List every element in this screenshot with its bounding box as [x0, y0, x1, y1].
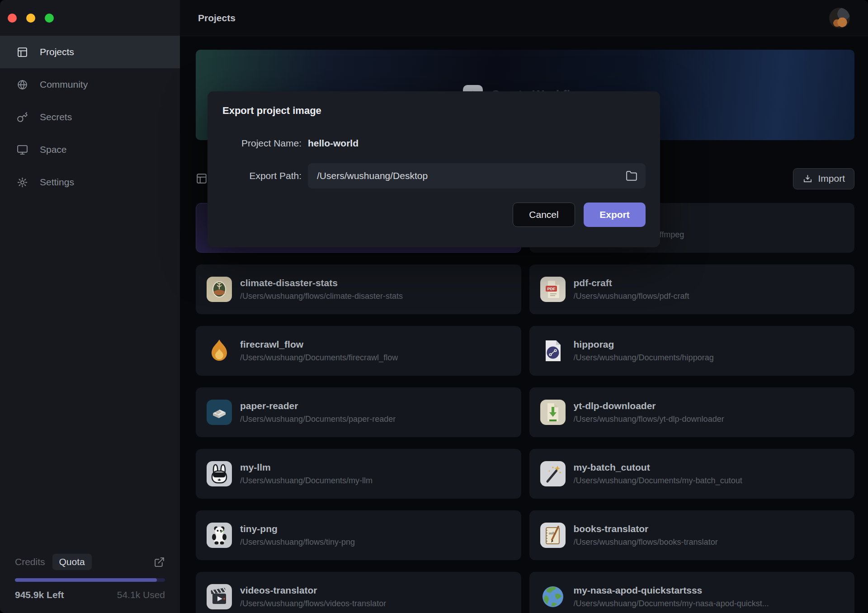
zoom-window-button[interactable] [45, 14, 54, 23]
cancel-button[interactable]: Cancel [513, 203, 575, 227]
folder-icon [626, 170, 637, 182]
project-path: /Users/wushuang/flows/climate-disaster-s… [240, 292, 403, 301]
project-path: /Users/wushuang/flows/books-translator [574, 538, 718, 547]
project-name: firecrawl_flow [240, 339, 398, 350]
table-icon [17, 47, 28, 58]
globe-earth-icon [540, 584, 566, 609]
import-icon [802, 174, 813, 184]
import-button[interactable]: Import [793, 168, 854, 189]
projects-grid: ffmpeg /Users/wushuang/flows/ffmpeg clim… [196, 203, 854, 613]
project-name: hipporag [574, 339, 714, 350]
project-name: paper-reader [240, 401, 396, 411]
sidebar-item-secrets[interactable]: Secrets [0, 101, 180, 133]
notebook-icon: aabd [540, 523, 566, 548]
project-card[interactable]: hipporag /Users/wushuang/Documents/hippo… [529, 326, 855, 376]
dialog-title: Export project image [222, 105, 646, 117]
pdf-icon: PDF [540, 277, 566, 302]
monitor-icon [17, 144, 28, 156]
project-path: /Users/wushuang/flows/pdf-craft [574, 292, 689, 301]
project-name-label: Project Name: [222, 138, 302, 149]
main-header: Projects [180, 0, 868, 36]
quota-progress-fill [15, 578, 157, 582]
user-avatar[interactable] [829, 8, 850, 28]
climate-icon [207, 277, 232, 302]
project-card[interactable]: yt-dlp-downloader /Users/wushuang/flows/… [529, 387, 855, 437]
panda-icon [207, 523, 232, 548]
project-path: /Users/wushuang/flows/tiny-png [240, 538, 355, 547]
globe-icon [17, 79, 28, 90]
project-card[interactable]: aabd books-translator /Users/wushuang/fl… [529, 510, 855, 560]
project-name: climate-disaster-stats [240, 278, 403, 288]
export-button[interactable]: Export [584, 203, 646, 227]
download-doc-icon [540, 400, 566, 425]
gear-icon [17, 177, 28, 188]
project-name: my-llm [240, 462, 373, 473]
paper-stack-icon [207, 400, 232, 425]
project-card[interactable]: my-llm /Users/wushuang/Documents/my-llm [196, 449, 521, 499]
clapperboard-icon [207, 584, 232, 609]
svg-text:PDF: PDF [547, 287, 556, 291]
credits-left-value: 945.9k Left [15, 589, 64, 600]
project-name: books-translator [574, 523, 718, 534]
doc-graph-icon [540, 338, 566, 363]
sidebar-item-projects[interactable]: Projects [0, 36, 180, 68]
project-card[interactable]: PDF pdf-craft /Users/wushuang/flows/pdf-… [529, 264, 855, 314]
rabbit-icon [207, 461, 232, 486]
sidebar-footer: Credits Quota 945.9k Left 54.1k Used [15, 554, 165, 600]
project-path: /Users/wushuang/Documents/firecrawl_flow [240, 353, 398, 363]
project-path: /Users/wushuang/Documents/my-batch_cutou… [574, 476, 742, 486]
export-path-label: Export Path: [222, 170, 302, 181]
page-title: Projects [198, 13, 236, 24]
sidebar-item-settings[interactable]: Settings [0, 166, 180, 198]
sidebar-nav: Projects Community Secrets Space Setting… [0, 36, 180, 198]
external-link-icon[interactable] [154, 556, 165, 568]
project-path: /Users/wushuang/Documents/paper-reader [240, 415, 396, 424]
credits-used-value: 54.1k Used [117, 589, 165, 600]
project-path: /Users/wushuang/Documents/hipporag [574, 353, 714, 363]
titlebar [0, 0, 180, 36]
project-path: /Users/wushuang/Documents/my-llm [240, 476, 373, 486]
flame-icon [207, 338, 232, 363]
project-name: tiny-png [240, 523, 355, 534]
project-name: yt-dlp-downloader [574, 401, 724, 411]
project-card[interactable]: climate-disaster-stats /Users/wushuang/f… [196, 264, 521, 314]
magic-wand-icon [540, 461, 566, 486]
export-path-field [308, 163, 646, 189]
quota-progress-bar [15, 578, 165, 582]
sidebar: Projects Community Secrets Space Setting… [0, 0, 180, 613]
key-icon [17, 112, 28, 123]
project-card[interactable]: my-nasa-apod-quickstartsss /Users/wushua… [529, 572, 855, 613]
project-path: /Users/wushuang/flows/yt-dlp-downloader [574, 415, 724, 424]
quota-tab[interactable]: Quota [52, 554, 92, 570]
project-name: videos-translator [240, 585, 386, 596]
project-card[interactable]: firecrawl_flow /Users/wushuang/Documents… [196, 326, 521, 376]
project-path: /Users/wushuang/Documents/my-nasa-apod-q… [574, 599, 769, 608]
project-name: my-nasa-apod-quickstartsss [574, 585, 769, 596]
project-name: my-batch_cutout [574, 462, 742, 473]
project-path: /Users/wushuang/flows/videos-translator [240, 599, 386, 608]
browse-folder-button[interactable] [626, 170, 637, 182]
app-window: Projects Community Secrets Space Setting… [0, 0, 868, 613]
grid-view-icon[interactable] [196, 173, 208, 184]
minimize-window-button[interactable] [26, 14, 35, 23]
project-card[interactable]: my-batch_cutout /Users/wushuang/Document… [529, 449, 855, 499]
sidebar-item-space[interactable]: Space [0, 133, 180, 166]
project-card[interactable]: videos-translator /Users/wushuang/flows/… [196, 572, 521, 613]
close-window-button[interactable] [8, 14, 17, 23]
project-name-value: hello-world [308, 138, 359, 149]
credits-tab[interactable]: Credits [15, 556, 45, 567]
project-card[interactable]: tiny-png /Users/wushuang/flows/tiny-png [196, 510, 521, 560]
project-card[interactable]: paper-reader /Users/wushuang/Documents/p… [196, 387, 521, 437]
export-path-input[interactable] [316, 170, 626, 182]
sidebar-item-community[interactable]: Community [0, 68, 180, 101]
project-name: pdf-craft [574, 278, 689, 288]
export-project-dialog: Export project image Project Name: hello… [208, 91, 660, 247]
